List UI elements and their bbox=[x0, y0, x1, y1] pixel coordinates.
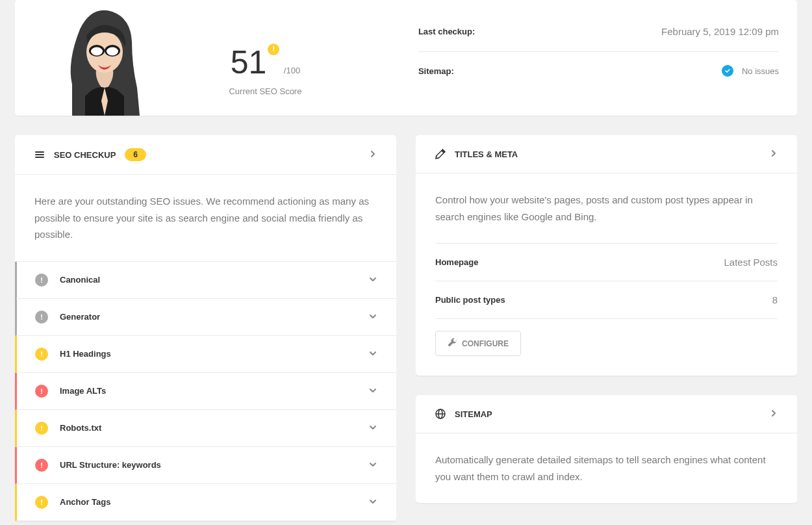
warning-icon: ! bbox=[268, 44, 279, 55]
issue-row[interactable]: !Image ALTs bbox=[15, 373, 396, 410]
chevron-down-icon[interactable] bbox=[369, 496, 377, 508]
homepage-label: Homepage bbox=[435, 257, 478, 267]
seo-score-value: 51 ! bbox=[231, 46, 267, 79]
seo-checkup-badge: 6 bbox=[125, 148, 146, 161]
issue-label: Canonical bbox=[60, 275, 100, 285]
seo-score-block: 51 ! /100 Current SEO Score bbox=[148, 20, 383, 96]
summary-left: 51 ! /100 Current SEO Score bbox=[15, 0, 383, 116]
configure-button[interactable]: CONFIGURE bbox=[435, 331, 521, 356]
alert-icon: ! bbox=[35, 459, 48, 472]
post-types-label: Public post types bbox=[435, 295, 505, 305]
chevron-right-icon[interactable] bbox=[770, 408, 778, 420]
alert-icon: ! bbox=[35, 496, 48, 509]
svg-point-3 bbox=[91, 47, 103, 56]
post-types-row: Public post types 8 bbox=[435, 281, 778, 319]
issue-row[interactable]: !Anchor Tags bbox=[15, 484, 396, 521]
issue-row[interactable]: !URL Structure: keywords bbox=[15, 447, 396, 484]
sitemap-desc: Automatically generate detailed sitemaps… bbox=[416, 433, 797, 503]
last-checkup-row: Last checkup: February 5, 2019 12:09 pm bbox=[418, 26, 779, 52]
titles-meta-header[interactable]: TITLES & META bbox=[416, 135, 797, 173]
issue-row[interactable]: !H1 Headings bbox=[15, 336, 396, 373]
alert-icon: ! bbox=[35, 274, 48, 287]
chevron-right-icon[interactable] bbox=[369, 149, 377, 160]
summary-right: Last checkup: February 5, 2019 12:09 pm … bbox=[383, 0, 797, 116]
sitemap-status-row: Sitemap: No issues bbox=[418, 65, 779, 91]
avatar bbox=[34, 0, 148, 116]
svg-point-4 bbox=[107, 47, 118, 56]
homepage-row: Homepage Latest Posts bbox=[435, 243, 778, 281]
check-icon bbox=[722, 65, 733, 77]
issue-label: URL Structure: keywords bbox=[60, 460, 161, 470]
issue-row[interactable]: !Robots.txt bbox=[15, 410, 396, 447]
alert-icon: ! bbox=[35, 311, 48, 324]
last-checkup-label: Last checkup: bbox=[418, 27, 475, 36]
seo-score-max: /100 bbox=[284, 66, 300, 75]
issue-label: Generator bbox=[60, 312, 100, 322]
list-icon bbox=[34, 149, 45, 160]
chevron-down-icon[interactable] bbox=[369, 274, 377, 286]
sitemap-status: No issues bbox=[722, 65, 779, 77]
chevron-right-icon[interactable] bbox=[770, 148, 778, 160]
wrench-icon bbox=[448, 338, 457, 349]
post-types-value: 8 bbox=[772, 294, 778, 305]
seo-checkup-desc: Here are your outstanding SEO issues. We… bbox=[15, 175, 396, 262]
sitemap-header[interactable]: SITEMAP bbox=[416, 395, 797, 433]
alert-icon: ! bbox=[35, 348, 48, 361]
seo-checkup-header[interactable]: SEO CHECKUP 6 bbox=[15, 135, 396, 175]
issue-label: H1 Headings bbox=[60, 349, 111, 359]
chevron-down-icon[interactable] bbox=[369, 385, 377, 397]
issue-row[interactable]: !Canonical bbox=[15, 262, 396, 299]
homepage-value: Latest Posts bbox=[724, 257, 778, 268]
chevron-down-icon[interactable] bbox=[369, 311, 377, 323]
sitemap-title: SITEMAP bbox=[455, 409, 492, 419]
chevron-down-icon[interactable] bbox=[369, 422, 377, 434]
right-column: TITLES & META Control how your website's… bbox=[416, 135, 797, 503]
issue-label: Anchor Tags bbox=[60, 497, 111, 507]
alert-icon: ! bbox=[35, 385, 48, 398]
issue-row[interactable]: !Generator bbox=[15, 299, 396, 336]
seo-checkup-card: SEO CHECKUP 6 Here are your outstanding … bbox=[15, 135, 396, 521]
globe-icon bbox=[435, 409, 446, 419]
titles-meta-card: TITLES & META Control how your website's… bbox=[416, 135, 797, 376]
titles-meta-title: TITLES & META bbox=[455, 149, 518, 159]
seo-score-label: Current SEO Score bbox=[148, 86, 383, 96]
chevron-down-icon[interactable] bbox=[369, 348, 377, 360]
chevron-down-icon[interactable] bbox=[369, 459, 377, 471]
pencil-icon bbox=[435, 149, 446, 159]
seo-checkup-title: SEO CHECKUP bbox=[54, 150, 116, 160]
summary-card: 51 ! /100 Current SEO Score Last checkup… bbox=[15, 0, 797, 116]
last-checkup-value: February 5, 2019 12:09 pm bbox=[661, 26, 779, 37]
titles-meta-desc: Control how your website's pages, posts … bbox=[416, 173, 797, 243]
alert-icon: ! bbox=[35, 422, 48, 435]
sitemap-card: SITEMAP Automatically generate detailed … bbox=[416, 395, 797, 503]
issue-label: Robots.txt bbox=[60, 423, 101, 433]
configure-label: CONFIGURE bbox=[462, 339, 509, 348]
issue-label: Image ALTs bbox=[60, 386, 106, 396]
sitemap-label: Sitemap: bbox=[418, 66, 454, 76]
left-column: SEO CHECKUP 6 Here are your outstanding … bbox=[15, 135, 396, 521]
